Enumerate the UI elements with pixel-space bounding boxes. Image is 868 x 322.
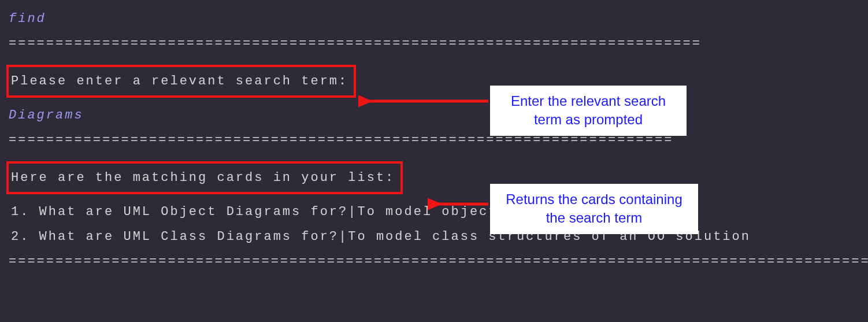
search-term-input: Diagrams	[9, 108, 859, 123]
prompt-highlight-box: Please enter a relevant search term:	[6, 65, 356, 98]
divider-line: ========================================…	[9, 133, 859, 147]
result-row: 2. What are UML Class Diagrams for?|To m…	[9, 230, 859, 244]
result-row: 1. What are UML Object Diagrams for?|To …	[9, 205, 859, 219]
annotation-callout-prompt: Enter the relevant search term as prompt…	[490, 86, 687, 136]
divider-line: ========================================…	[9, 254, 859, 269]
results-header-highlight-box: Here are the matching cards in your list…	[6, 161, 403, 194]
divider-line: ========================================…	[9, 36, 859, 51]
annotation-callout-results: Returns the cards containing the search …	[490, 184, 698, 234]
results-header-text: Here are the matching cards in your list…	[11, 171, 395, 185]
command-input: find	[9, 12, 859, 26]
search-prompt-text: Please enter a relevant search term:	[11, 74, 348, 88]
